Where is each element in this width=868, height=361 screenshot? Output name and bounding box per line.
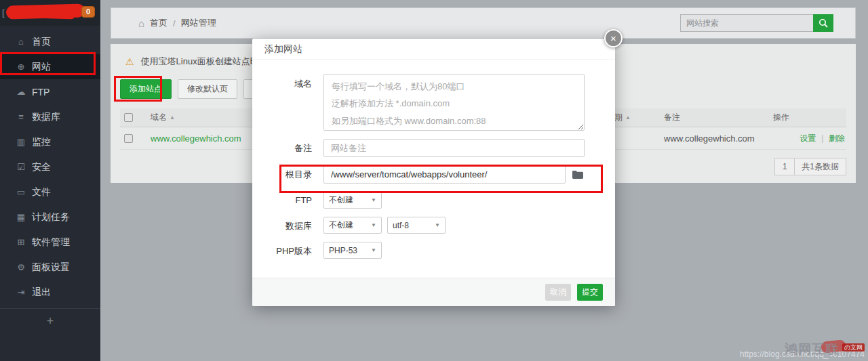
breadcrumb-separator: / [173,18,176,28]
sidebar-item-cron[interactable]: ▦ 计划任务 [0,205,100,230]
php-version-select[interactable]: PHP-53▼ [323,242,382,259]
database-select[interactable]: 不创建▼ [323,217,382,234]
database-icon: ≡ [16,112,26,122]
site-delete-link[interactable]: 删除 [829,133,845,143]
sidebar-nav: ⌂ 首页 ⊕ 网站 ☁ FTP ≡ 数据库 ▥ 监控 ☑ 安全 ▭ 文件 ▦ 计 [0,26,100,305]
breadcrumb-current: 网站管理 [181,17,216,29]
row-select-cell [120,134,139,143]
site-search [680,14,833,32]
ftp-field-row: FTP 不创建▼ [259,192,615,209]
logo-text-fragment: [ [2,7,5,18]
search-input[interactable] [680,14,813,32]
sidebar-item-label: 面板设置 [32,261,70,274]
sidebar-item-label: FTP [32,87,50,98]
folder-icon: ▭ [16,187,26,197]
cloud-icon: ☁ [16,87,26,97]
breadcrumb-home[interactable]: 首页 [150,17,167,29]
sidebar: [ 0 ⌂ 首页 ⊕ 网站 ☁ FTP ≡ 数据库 ▥ 监控 ☑ 安全 ▭ [0,0,100,361]
sidebar-item-website[interactable]: ⊕ 网站 [0,54,100,79]
note-column-header: 备注 [648,112,763,123]
sidebar-item-security[interactable]: ☑ 安全 [0,154,100,179]
dialog-body: 域名 备注 根目录 FTP 不创建▼ 数据库 不创建▼ utf-8▼ PHP版本… [252,60,615,259]
sidebar-item-label: 首页 [32,36,51,48]
domain-label: 域名 [259,74,312,131]
home-icon: ⌂ [138,18,144,29]
logo-bar: [ 0 [0,0,100,26]
sidebar-item-ftp[interactable]: ☁ FTP [0,79,100,104]
sidebar-item-software[interactable]: ⊞ 软件管理 [0,230,100,255]
php-field-row: PHP版本 PHP-53▼ [259,242,615,259]
search-icon [818,18,828,28]
sidebar-item-label: 计划任务 [32,211,70,224]
sidebar-item-label: 安全 [32,161,51,173]
root-label: 根目录 [259,165,312,184]
sort-asc-icon: ▲ [170,114,175,121]
sidebar-item-label: 网站 [32,61,51,73]
globe-icon: ⊕ [16,62,26,72]
calendar-icon: ▦ [16,212,26,222]
grid-icon: ⊞ [16,237,26,247]
sidebar-item-monitor[interactable]: ▥ 监控 [0,129,100,154]
page-number[interactable]: 1 [774,158,795,175]
chevron-down-icon: ▼ [435,222,440,228]
sidebar-item-label: 文件 [32,186,51,198]
breadcrumb: ⌂ 首页 / 网站管理 [138,17,216,29]
sidebar-item-database[interactable]: ≡ 数据库 [0,104,100,129]
total-count-label: 共1条数据 [794,158,846,175]
database-field-row: 数据库 不创建▼ utf-8▼ [259,217,615,234]
sidebar-item-label: 软件管理 [32,236,70,249]
close-icon[interactable]: × [604,29,623,47]
charset-select[interactable]: utf-8▼ [387,217,446,234]
site-domain-link[interactable]: www.collegewhich.com [151,133,241,144]
note-field-row: 备注 [259,139,615,157]
submit-button[interactable]: 提交 [577,284,603,301]
add-site-button[interactable]: 添加站点 [120,79,172,99]
action-cell: 设置 | 删除 [763,133,846,144]
sidebar-item-label: 退出 [32,286,51,299]
action-separator: | [821,133,823,143]
database-label: 数据库 [259,217,312,234]
warning-icon: ⚠ [125,56,134,67]
chevron-down-icon: ▼ [371,247,376,253]
sidebar-item-files[interactable]: ▭ 文件 [0,179,100,205]
browse-folder-button[interactable] [570,165,585,184]
row-checkbox[interactable] [124,134,133,143]
logout-icon: ⇥ [16,287,26,297]
add-website-dialog: 添加网站 域名 备注 根目录 FTP 不创建▼ 数据库 不创建▼ utf-8▼ … [252,39,615,306]
select-all-cell [120,113,139,122]
ftp-select[interactable]: 不创建▼ [323,192,382,209]
monitor-icon: ▥ [16,137,26,147]
select-all-checkbox[interactable] [124,113,133,122]
sidebar-item-label: 数据库 [32,111,60,123]
note-input[interactable] [323,139,585,157]
home-icon: ⌂ [16,37,26,47]
chevron-down-icon: ▼ [371,197,376,203]
sidebar-item-settings[interactable]: ⚙ 面板设置 [0,255,100,280]
php-version-label: PHP版本 [259,242,312,259]
ftp-label: FTP [259,192,312,209]
cancel-button[interactable]: 取消 [545,284,571,301]
top-bar: ⌂ 首页 / 网站管理 [111,7,856,39]
sidebar-add-button[interactable]: + [0,309,100,333]
note-cell: www.collegewhich.com [648,133,763,144]
sidebar-item-label: 监控 [32,136,51,148]
action-column-header: 操作 [763,112,846,123]
site-settings-link[interactable]: 设置 [800,133,816,143]
gear-icon: ⚙ [16,262,26,272]
root-field-row: 根目录 [259,165,615,184]
sort-asc-icon: ▲ [625,114,631,121]
sidebar-item-logout[interactable]: ⇥ 退出 [0,280,100,305]
root-path-input[interactable] [323,165,566,184]
domain-field-row: 域名 [259,74,615,131]
search-button[interactable] [813,14,833,32]
modify-default-page-button[interactable]: 修改默认页 [178,79,237,99]
folder-icon [572,170,584,179]
message-count-badge[interactable]: 0 [81,6,95,18]
domain-textarea[interactable] [323,74,585,131]
sidebar-item-home[interactable]: ⌂ 首页 [0,29,100,54]
shield-icon: ☑ [16,162,26,172]
chevron-down-icon: ▼ [371,222,376,228]
dialog-title: 添加网站 [252,39,615,60]
note-label: 备注 [259,139,312,157]
dialog-footer: 取消 提交 [252,278,615,306]
